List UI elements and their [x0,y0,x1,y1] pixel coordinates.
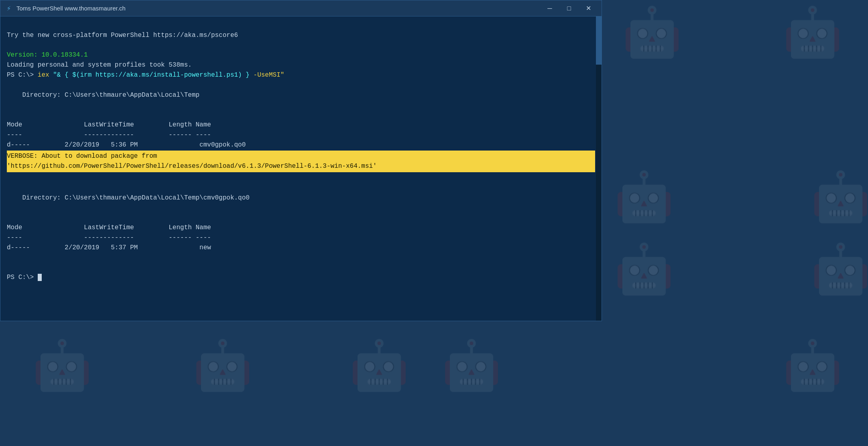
blank-5 [7,184,11,191]
powershell-window: ⚡ Toms PowerShell www.thomasmaurer.ch ─ … [0,0,602,321]
line-dir-1: Directory: C:\Users\thmaure\AppData\Loca… [7,92,199,99]
terminal-body: Try the new cross-platform PowerShell ht… [0,16,602,321]
robot-icon-14: 🤖 [349,337,409,396]
maximize-button[interactable]: □ [560,2,578,15]
robot-icon-6: 🤖 [783,4,843,63]
blank-8 [7,254,11,261]
scrollbar-thumb[interactable] [596,16,602,65]
line-loading: Loading personal and system profiles too… [7,61,192,69]
robot-icon-10: 🤖 [614,241,674,300]
titlebar-controls: ─ □ ✕ [541,2,598,15]
cursor [38,274,42,281]
blank-2 [7,81,11,89]
terminal-scrollbar[interactable] [596,16,602,321]
line-table-dashes: ---- ------------- ------ ---- [7,131,211,138]
robot-icon-12: 🤖 [32,337,92,396]
robot-icon-8: 🤖 [614,169,674,228]
blank-7 [7,214,11,221]
line-table-header: Mode LastWriteTime Length Name [7,121,211,128]
titlebar-icon: ⚡ [4,4,13,13]
cmd-iex: iex [38,71,49,79]
line-table-row-2: d----- 2/20/2019 5:37 PM new [7,244,211,251]
blank-4 [7,111,11,118]
line-table-header-2: Mode LastWriteTime Length Name [7,224,211,231]
blank-3 [7,101,11,108]
robot-icon-9: 🤖 [811,169,868,228]
line-1: Try the new cross-platform PowerShell ht… [7,32,238,39]
blank-9 [7,264,11,271]
prompt-ps: PS C:\> [7,71,38,79]
robot-icon-15: 🤖 [441,337,502,396]
line-table-dashes-2: ---- ------------- ------ ---- [7,234,211,241]
minimize-button[interactable]: ─ [541,2,559,15]
cmd-option-usemsi: -UseMSI" [250,71,284,79]
titlebar: ⚡ Toms PowerShell www.thomasmaurer.ch ─ … [0,0,602,16]
robot-icon-16: 🤖 [783,337,843,396]
blank-6 [7,204,11,211]
line-command: PS C:\> iex "& { $(irm https://aka.ms/in… [7,71,284,79]
line-version: Version: 10.0.18334.1 [7,51,88,59]
cmd-string-arg: "& { $(irm https://aka.ms/install-powers… [53,71,250,79]
titlebar-title: Toms PowerShell www.thomasmaurer.ch [16,5,541,12]
line-table-row-1: d----- 2/20/2019 5:36 PM cmv0gpok.qo0 [7,141,246,149]
verbose-line-1: VERBOSE: About to download package from [7,153,157,160]
line-blank-1 [7,42,11,49]
robot-icon-11: 🤖 [811,241,868,300]
robot-icon-5: 🤖 [622,4,682,63]
line-prompt-final: PS C:\> [7,274,42,281]
verbose-line-2: 'https://github.com/PowerShell/PowerShel… [7,163,377,170]
line-dir-2: Directory: C:\Users\thmaure\AppData\Loca… [7,194,250,202]
terminal-output: Try the new cross-platform PowerShell ht… [7,20,595,293]
verbose-block: VERBOSE: About to download package from … [7,151,595,172]
close-button[interactable]: ✕ [579,2,598,15]
robot-icon-13: 🤖 [193,337,253,396]
